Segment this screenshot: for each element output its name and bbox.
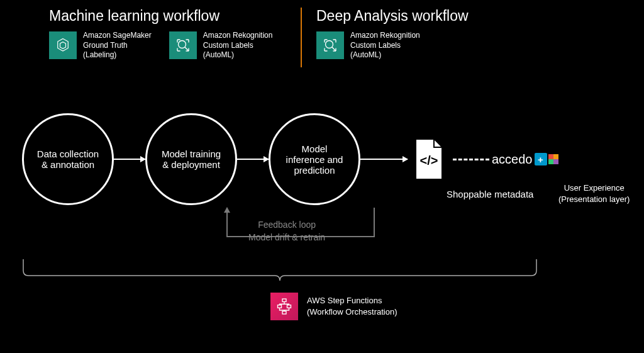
rekognition-text-2: Amazon Rekognition Custom Labels (AutoML… bbox=[350, 31, 420, 60]
document-icon: </> bbox=[411, 137, 447, 181]
svg-line-1 bbox=[185, 47, 189, 51]
svg-text:</>: </> bbox=[420, 154, 438, 167]
svg-rect-7 bbox=[287, 305, 291, 308]
header-divider bbox=[301, 8, 302, 67]
header-row: Machine learning workflow Amazon SageMak… bbox=[0, 8, 644, 60]
ml-services: Amazon SageMaker Ground Truth (Labeling)… bbox=[49, 31, 297, 60]
ux-line: User Experience bbox=[558, 182, 630, 194]
ux-label: User Experience (Presentation layer) bbox=[558, 182, 630, 205]
fb-line: Model drift & retrain bbox=[248, 232, 325, 244]
bracket-icon bbox=[22, 258, 538, 283]
step-line: (Workflow Orchestration) bbox=[307, 306, 397, 318]
step-functions-icon bbox=[270, 293, 298, 320]
svg-rect-5 bbox=[282, 299, 286, 302]
arrow-icon bbox=[114, 159, 145, 160]
rekognition-text: Amazon Rekognition Custom Labels (AutoML… bbox=[203, 31, 273, 60]
sagemaker-text: Amazon SageMaker Ground Truth (Labeling) bbox=[83, 31, 152, 60]
accedo-text: accedo bbox=[492, 152, 533, 167]
shoppable-label: Shoppable metadata bbox=[447, 189, 533, 199]
svc-line: Amazon Rekognition bbox=[350, 31, 420, 41]
rekognition-icon bbox=[316, 31, 344, 59]
svc-line: Custom Labels bbox=[203, 41, 273, 51]
deep-services: Amazon Rekognition Custom Labels (AutoML… bbox=[316, 31, 469, 60]
fb-line: Feedback loop bbox=[248, 219, 325, 232]
step-functions-text: AWS Step Functions (Workflow Orchestrati… bbox=[307, 295, 397, 317]
sagemaker-service: Amazon SageMaker Ground Truth (Labeling) bbox=[49, 31, 152, 60]
ml-workflow-col: Machine learning workflow Amazon SageMak… bbox=[49, 8, 297, 60]
dashed-connector bbox=[453, 159, 489, 160]
plus-icon: + bbox=[535, 153, 547, 165]
svc-line: (Labeling) bbox=[83, 50, 152, 60]
svc-line: (AutoML) bbox=[203, 50, 273, 60]
svg-point-0 bbox=[178, 41, 186, 48]
node-data-collection: Data collection & annotation bbox=[22, 113, 114, 205]
deep-title: Deep Analysis workflow bbox=[316, 8, 469, 25]
node-model-training: Model training & deployment bbox=[145, 113, 237, 205]
svc-line: (AutoML) bbox=[350, 50, 420, 60]
ml-title: Machine learning workflow bbox=[49, 8, 297, 25]
sagemaker-icon bbox=[49, 31, 77, 59]
feedback-text: Feedback loop Model drift & retrain bbox=[248, 219, 325, 244]
svc-line: Custom Labels bbox=[350, 41, 420, 51]
svg-point-2 bbox=[326, 41, 333, 48]
arrow-icon bbox=[237, 159, 269, 160]
rekognition-service: Amazon Rekognition Custom Labels (AutoML… bbox=[169, 31, 273, 60]
node-model-inference: Model inference and prediction bbox=[269, 113, 360, 205]
svc-line: Ground Truth bbox=[83, 41, 152, 51]
ux-line: (Presentation layer) bbox=[558, 194, 630, 205]
arrow-icon bbox=[360, 159, 408, 160]
svg-rect-6 bbox=[278, 305, 282, 308]
accedo-squares-icon bbox=[548, 154, 558, 164]
svc-line: Amazon Rekognition bbox=[203, 31, 273, 41]
rekognition-icon bbox=[169, 31, 197, 59]
rekognition-service-2: Amazon Rekognition Custom Labels (AutoML… bbox=[316, 31, 420, 60]
svg-rect-8 bbox=[282, 311, 286, 315]
deep-analysis-col: Deep Analysis workflow Amazon Rekognitio… bbox=[316, 8, 469, 60]
svg-line-3 bbox=[332, 47, 336, 51]
step-line: AWS Step Functions bbox=[307, 295, 397, 306]
step-functions: AWS Step Functions (Workflow Orchestrati… bbox=[270, 293, 397, 320]
accedo-logo: accedo + bbox=[492, 152, 558, 167]
svc-line: Amazon SageMaker bbox=[83, 31, 152, 41]
